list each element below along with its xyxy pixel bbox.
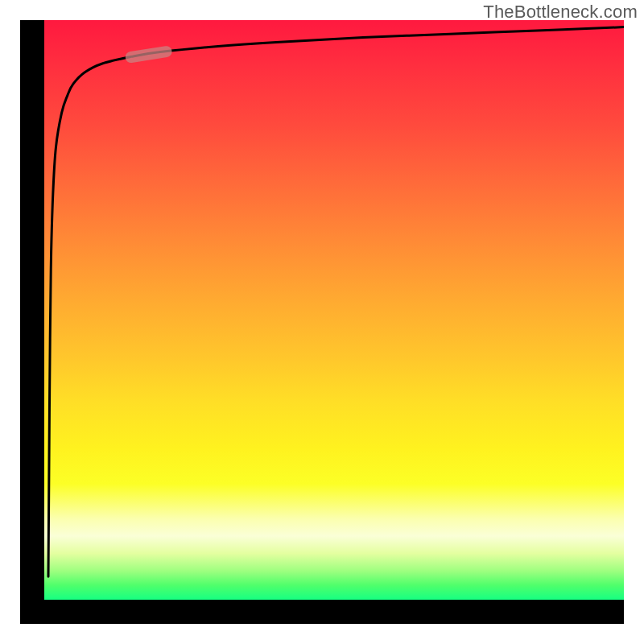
plot-gradient-area <box>44 20 624 600</box>
plot-frame <box>20 20 624 624</box>
chart-container: TheBottleneck.com <box>0 0 644 644</box>
